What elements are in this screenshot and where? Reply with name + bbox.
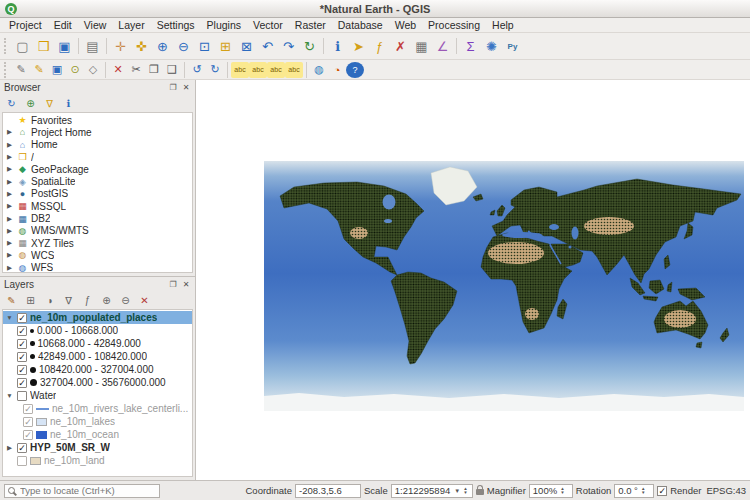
expander-icon[interactable]: ▶ <box>5 202 14 210</box>
coordinate-field[interactable]: -208.3,5.6 <box>295 484 361 498</box>
collapse-all-icon[interactable]: ⊖ <box>117 293 134 308</box>
processing-toolbox-icon[interactable]: ✺ <box>481 36 502 57</box>
identify-features-icon[interactable]: ℹ <box>327 36 348 57</box>
toggle-editing-icon[interactable]: ✎ <box>30 62 48 78</box>
expand-all-icon[interactable]: ⊕ <box>98 293 115 308</box>
layer-checkbox[interactable]: ✓ <box>23 417 33 427</box>
layer-row-rivers[interactable]: ✓ne_10m_rivers_lake_centerli... <box>3 402 192 415</box>
spinner-icon[interactable]: ▲▼ <box>560 487 564 495</box>
menu-web[interactable]: Web <box>389 19 422 31</box>
select-features-icon[interactable]: ➤ <box>348 36 369 57</box>
float-panel-icon[interactable]: ❐ <box>168 280 178 289</box>
vertex-tool-icon[interactable]: ◇ <box>84 62 102 78</box>
layer-row-lakes[interactable]: ✓ne_10m_lakes <box>3 415 192 428</box>
attribute-table-icon[interactable]: ▦ <box>411 36 432 57</box>
browser-item-postgis[interactable]: ▶●PostGIS <box>3 188 192 200</box>
browser-item-root[interactable]: ▶❒/ <box>3 151 192 163</box>
layer-checkbox[interactable]: ✓ <box>17 443 27 453</box>
select-by-expression-icon[interactable]: ƒ <box>369 36 390 57</box>
zoom-full-icon[interactable]: ⊡ <box>194 36 215 57</box>
scale-combo[interactable]: 1:212295894▼▲▼ <box>391 484 473 498</box>
locate-input[interactable] <box>18 484 156 497</box>
expander-icon[interactable]: ▼ <box>5 392 14 399</box>
browser-item-geopackage[interactable]: ▶◆GeoPackage <box>3 163 192 175</box>
expander-icon[interactable]: ▶ <box>5 215 14 223</box>
crs-status[interactable]: EPSG:43 <box>704 485 746 496</box>
legend-class-row[interactable]: ✓0.000 - 10668.000 <box>3 324 192 337</box>
expander-icon[interactable]: ▶ <box>5 141 14 149</box>
zoom-to-selection-icon[interactable]: ⊞ <box>215 36 236 57</box>
pinned-labels-icon[interactable]: abc <box>267 62 285 78</box>
browser-item-wcs[interactable]: ▶◍WCS <box>3 249 192 261</box>
map-canvas[interactable] <box>196 80 750 480</box>
layer-checkbox[interactable]: ✓ <box>23 404 33 414</box>
browser-refresh-icon[interactable]: ↻ <box>3 96 20 111</box>
menu-processing[interactable]: Processing <box>422 19 486 31</box>
filter-expression-icon[interactable]: ƒ <box>79 293 96 308</box>
toolbar-handle[interactable] <box>4 62 10 78</box>
measure-icon[interactable]: ∠ <box>432 36 453 57</box>
class-checkbox[interactable]: ✓ <box>17 326 27 336</box>
menu-raster[interactable]: Raster <box>289 19 332 31</box>
class-checkbox[interactable]: ✓ <box>17 365 27 375</box>
filter-legend-icon[interactable]: ∇ <box>60 293 77 308</box>
menu-view[interactable]: View <box>78 19 113 31</box>
layer-styling-icon[interactable]: ✎ <box>3 293 20 308</box>
save-project-icon[interactable]: ▣ <box>54 36 75 57</box>
pan-map-icon[interactable]: ✛ <box>110 36 131 57</box>
python-console-icon[interactable]: Py <box>502 36 523 57</box>
labeling-options-icon[interactable]: abc <box>231 62 249 78</box>
expander-icon[interactable]: ▶ <box>5 264 14 272</box>
browser-item-project-home[interactable]: ▶⌂Project Home <box>3 126 192 138</box>
layer-checkbox[interactable]: ✓ <box>17 313 27 323</box>
menu-plugins[interactable]: Plugins <box>201 19 247 31</box>
lock-icon[interactable] <box>476 489 484 495</box>
legend-class-row[interactable]: ✓108420.000 - 327004.000 <box>3 363 192 376</box>
class-checkbox[interactable]: ✓ <box>17 352 27 362</box>
copy-features-icon[interactable]: ❐ <box>145 62 163 78</box>
expander-icon[interactable]: ▶ <box>5 444 14 452</box>
expander-icon[interactable]: ▶ <box>5 239 14 247</box>
layout-manager-icon[interactable]: ▤ <box>82 36 103 57</box>
class-checkbox[interactable]: ✓ <box>17 339 27 349</box>
menu-edit[interactable]: Edit <box>48 19 78 31</box>
browser-add-layers-icon[interactable]: ⊕ <box>22 96 39 111</box>
save-layer-edits-icon[interactable]: ▣ <box>48 62 66 78</box>
menu-database[interactable]: Database <box>332 19 389 31</box>
expander-icon[interactable]: ▶ <box>5 128 14 136</box>
browser-item-spatialite[interactable]: ▶◈SpatiaLite <box>3 175 192 187</box>
browser-properties-icon[interactable]: ℹ <box>60 96 77 111</box>
layer-row-populated-places[interactable]: ▼✓ne_10m_populated_places <box>3 311 192 324</box>
group-checkbox[interactable] <box>17 391 27 401</box>
menu-help[interactable]: Help <box>486 19 520 31</box>
layer-checkbox[interactable] <box>17 456 27 466</box>
expander-icon[interactable]: ▼ <box>5 314 14 321</box>
expander-icon[interactable]: ▶ <box>5 165 14 173</box>
map-refresh-icon[interactable]: ↻ <box>299 36 320 57</box>
close-panel-icon[interactable]: ✕ <box>181 83 191 92</box>
diagram-options-icon[interactable]: abc <box>249 62 267 78</box>
cut-features-icon[interactable]: ✂ <box>127 62 145 78</box>
zoom-to-layer-icon[interactable]: ⊠ <box>236 36 257 57</box>
redo-icon[interactable]: ↻ <box>206 62 224 78</box>
locate-search[interactable] <box>4 484 160 498</box>
add-group-icon[interactable]: ⊞ <box>22 293 39 308</box>
browser-item-favorites[interactable]: ★Favorites <box>3 114 192 126</box>
spinner-icon[interactable]: ▲▼ <box>641 487 645 495</box>
legend-class-row[interactable]: ✓10668.000 - 42849.000 <box>3 337 192 350</box>
menu-layer[interactable]: Layer <box>112 19 150 31</box>
group-row-water[interactable]: ▼Water <box>3 389 192 402</box>
statistics-icon[interactable]: Σ <box>460 36 481 57</box>
browser-item-db2[interactable]: ▶▦DB2 <box>3 212 192 224</box>
float-panel-icon[interactable]: ❐ <box>168 83 178 92</box>
map-themes-icon[interactable]: ◑ <box>41 293 58 308</box>
pan-to-selection-icon[interactable]: ✜ <box>131 36 152 57</box>
deselect-features-icon[interactable]: ✗ <box>390 36 411 57</box>
browser-item-wfs[interactable]: ▶◍WFS <box>3 262 192 273</box>
menu-settings[interactable]: Settings <box>151 19 201 31</box>
legend-class-row[interactable]: ✓42849.000 - 108420.000 <box>3 350 192 363</box>
new-project-icon[interactable]: ▢ <box>12 36 33 57</box>
layer-row-hyp-raster[interactable]: ▶✓HYP_50M_SR_W <box>3 441 192 454</box>
chevron-down-icon[interactable]: ▼ <box>454 488 460 494</box>
browser-filter-icon[interactable]: ∇ <box>41 96 58 111</box>
